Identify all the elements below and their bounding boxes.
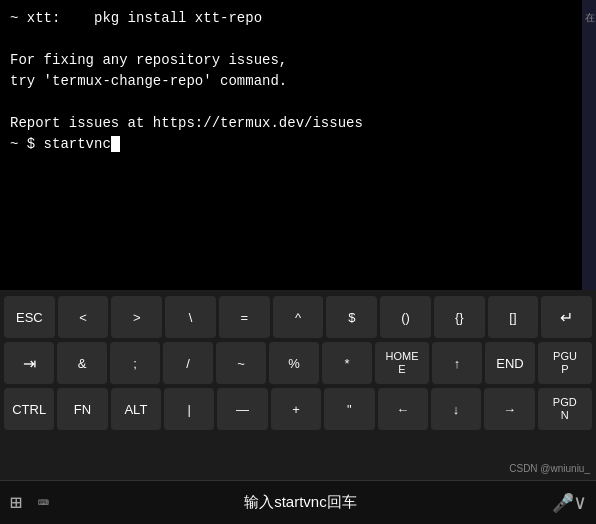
key-pipe[interactable]: | [164,388,214,430]
terminal-line-5 [10,92,586,113]
key-brackets[interactable]: [] [488,296,539,338]
key-quote[interactable]: " [324,388,374,430]
terminal-line-4: try 'termux-change-repo' command. [10,71,586,92]
terminal-line-6: Report issues at https://termux.dev/issu… [10,113,586,134]
key-semicolon[interactable]: ; [110,342,160,384]
terminal-line-1: ~ xtt: pkg install xtt-repo [10,8,586,29]
key-slash[interactable]: / [163,342,213,384]
key-fn[interactable]: FN [57,388,107,430]
terminal-line-7: ~ $ startvnc [10,134,586,155]
key-right[interactable]: → [484,388,534,430]
key-down[interactable]: ↓ [431,388,481,430]
chevron-down-icon[interactable]: ∨ [574,490,586,515]
key-parens[interactable]: () [380,296,431,338]
terminal: ~ xtt: pkg install xtt-repo For fixing a… [0,0,596,290]
watermark: CSDN @wniuniu_ [509,463,590,474]
terminal-line-2 [10,29,586,50]
keyboard-row-1: ESC < > \ = ^ $ () {} [] ↵ [4,296,592,338]
key-pgup[interactable]: PGU P [538,342,592,384]
keyboard-area: ESC < > \ = ^ $ () {} [] ↵ ⇥ & ; / ~ % *… [0,290,596,480]
bottom-center-text: 输入startvnc回车 [49,493,552,512]
key-alt[interactable]: ALT [111,388,161,430]
bottom-bar: ⊞ ⌨ 输入startvnc回车 🎤 ∨ [0,480,596,524]
key-ampersand[interactable]: & [57,342,107,384]
key-left[interactable]: ← [378,388,428,430]
key-pgdn[interactable]: PGD N [538,388,592,430]
key-asterisk[interactable]: * [322,342,372,384]
keyboard-row-3: CTRL FN ALT | — + " ← ↓ → PGD N [4,388,592,430]
terminal-line-3: For fixing any repository issues, [10,50,586,71]
key-up[interactable]: ↑ [432,342,482,384]
key-tilde[interactable]: ~ [216,342,266,384]
bottom-left-icons: ⊞ ⌨ [10,490,49,515]
scroll-indicator: 在 [582,0,596,290]
grid-icon[interactable]: ⊞ [10,490,22,515]
key-plus[interactable]: + [271,388,321,430]
key-home[interactable]: HOME E [375,342,429,384]
key-dash[interactable]: — [217,388,267,430]
key-braces[interactable]: {} [434,296,485,338]
key-gt[interactable]: > [111,296,162,338]
key-tab[interactable]: ⇥ [4,342,54,384]
key-esc[interactable]: ESC [4,296,55,338]
keyboard-row-2: ⇥ & ; / ~ % * HOME E ↑ END PGU P [4,342,592,384]
mic-icon[interactable]: 🎤 [552,492,574,514]
key-backslash[interactable]: \ [165,296,216,338]
terminal-cursor [111,136,120,152]
key-percent[interactable]: % [269,342,319,384]
key-equals[interactable]: = [219,296,270,338]
key-dollar[interactable]: $ [326,296,377,338]
key-lt[interactable]: < [58,296,109,338]
key-ctrl[interactable]: CTRL [4,388,54,430]
key-end[interactable]: END [485,342,535,384]
keyboard-icon[interactable]: ⌨ [38,492,49,514]
key-caret[interactable]: ^ [273,296,324,338]
key-return[interactable]: ↵ [541,296,592,338]
